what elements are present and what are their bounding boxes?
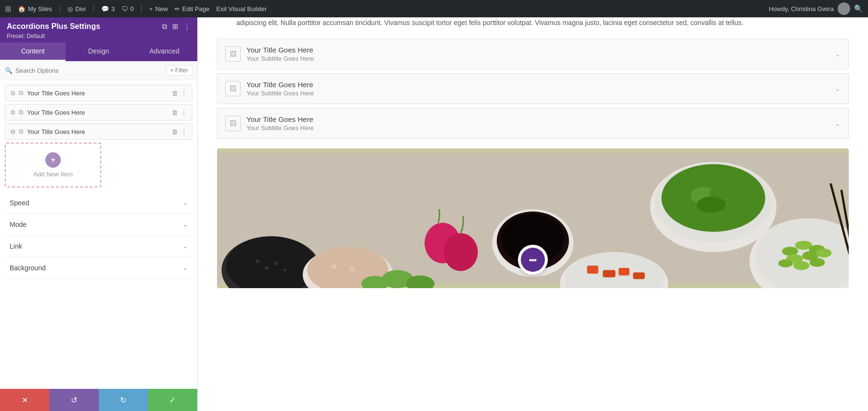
pencil-icon: ✏: [175, 5, 180, 13]
more-icon[interactable]: ⋮: [183, 22, 190, 31]
settings-icon-0[interactable]: ⚙: [10, 90, 16, 97]
svg-point-32: [782, 247, 799, 256]
grid-icon[interactable]: ⊞: [172, 22, 178, 31]
redo-button[interactable]: ↻: [99, 389, 148, 411]
maximize-icon[interactable]: ⧉: [162, 22, 167, 31]
accordion-row-label-1: Your Title Goes Here: [27, 109, 168, 116]
panel-tabs: Content Design Advanced: [0, 42, 197, 61]
save-button[interactable]: ✓: [148, 389, 197, 411]
new-link[interactable]: + New: [149, 5, 168, 13]
svg-point-47: [532, 259, 534, 261]
search-icon[interactable]: 🔍: [854, 4, 863, 13]
divi-link[interactable]: ◎ Divi: [68, 5, 86, 13]
panel-actions: ✕ ↺ ↻ ✓: [0, 389, 197, 411]
comments-link[interactable]: 💬 3: [101, 5, 115, 13]
acc-title-0: Your Title Goes Here: [246, 46, 829, 54]
background-chevron: ⌄: [183, 265, 188, 271]
exit-builder-link[interactable]: Exit Visual Builder: [216, 5, 267, 13]
copy-icon-2[interactable]: ⧉: [19, 128, 23, 135]
save-icon: ✓: [169, 396, 176, 405]
accordion-row-2: ⚙ ⧉ Your Title Goes Here 🗑 ⋮: [5, 123, 192, 140]
svg-rect-23: [633, 272, 645, 279]
accordion-row-label-0: Your Title Goes Here: [27, 90, 168, 97]
delete-icon-1[interactable]: 🗑: [172, 109, 178, 116]
settings-icon-1[interactable]: ⚙: [10, 109, 16, 116]
link-chevron: ⌄: [183, 243, 188, 250]
svg-point-46: [529, 259, 532, 261]
mode-header[interactable]: Mode ⌄: [5, 214, 192, 235]
speed-header[interactable]: Speed ⌄: [5, 192, 192, 213]
topbar-right: Howdy, Christina Gwira 🔍: [769, 2, 863, 15]
my-sites-link[interactable]: 🏠 My Sites: [18, 5, 52, 13]
link-header[interactable]: Link ⌄: [5, 236, 192, 257]
edit-page-link[interactable]: ✏ Edit Page: [175, 5, 209, 13]
search-icon: 🔍: [5, 67, 13, 74]
cancel-icon: ✕: [22, 396, 28, 405]
svg-point-11: [350, 267, 354, 271]
main-layout: Accordions Plus Settings ⧉ ⊞ ⋮ Preset: D…: [0, 17, 868, 411]
comments-icon: 💬: [101, 5, 109, 13]
bubbles-link[interactable]: 🗨 0: [122, 5, 134, 13]
add-new-item-button[interactable]: + Add New Item: [5, 143, 101, 187]
svg-point-4: [265, 266, 268, 269]
divi-icon: ◎: [68, 5, 73, 13]
svg-point-12: [360, 273, 363, 276]
svg-point-6: [284, 269, 286, 272]
accordion-entry-0: 🖼 Your Title Goes Here Your Subtitle Goe…: [217, 39, 849, 69]
accordion-entries: 🖼 Your Title Goes Here Your Subtitle Goe…: [198, 39, 868, 139]
speed-label: Speed: [10, 199, 29, 207]
acc-title-1: Your Title Goes Here: [246, 80, 829, 89]
svg-point-39: [793, 261, 810, 270]
wordpress-icon[interactable]: ⊞: [5, 4, 11, 13]
svg-point-3: [256, 259, 259, 263]
search-input[interactable]: [15, 67, 163, 74]
delete-icon-2[interactable]: 🗑: [172, 128, 178, 135]
link-label: Link: [10, 242, 22, 250]
chatbot-bubble[interactable]: [518, 245, 548, 275]
tab-advanced[interactable]: Advanced: [132, 42, 197, 61]
plus-icon: +: [149, 5, 153, 13]
acc-subtitle-0: Your Subtitle Goes Here: [246, 55, 829, 62]
acc-chevron-0[interactable]: ⌄: [835, 50, 841, 58]
svg-point-9: [332, 264, 337, 268]
chatbot-icon: [521, 248, 545, 272]
svg-rect-22: [619, 268, 629, 276]
preset-label[interactable]: Preset: Default: [7, 33, 190, 40]
mode-chevron: ⌄: [183, 221, 188, 228]
svg-point-14: [444, 233, 478, 271]
acc-chevron-1[interactable]: ⌄: [835, 85, 841, 93]
acc-title-2: Your Title Goes Here: [246, 115, 829, 123]
bubble-icon: 🗨: [122, 5, 128, 13]
tab-design[interactable]: Design: [66, 42, 131, 61]
drag-icon-2[interactable]: ⋮: [181, 128, 187, 135]
cancel-button[interactable]: ✕: [0, 389, 49, 411]
accordion-row-1: ⚙ ⧉ Your Title Goes Here 🗑 ⋮: [5, 104, 192, 120]
add-new-label: Add New Item: [33, 171, 73, 178]
panel-content: ⚙ ⧉ Your Title Goes Here 🗑 ⋮ ⚙ ⧉ Your Ti…: [0, 80, 197, 389]
drag-icon-1[interactable]: ⋮: [181, 109, 187, 116]
svg-point-48: [534, 259, 537, 261]
redo-icon: ↻: [120, 396, 126, 405]
tab-content[interactable]: Content: [0, 42, 66, 61]
acc-image-1: 🖼: [225, 81, 241, 96]
panel-title-icons: ⧉ ⊞ ⋮: [162, 22, 190, 31]
svg-point-37: [816, 248, 832, 257]
filter-button[interactable]: + Filter: [166, 65, 192, 76]
speed-section: Speed ⌄: [5, 192, 192, 214]
acc-chevron-2[interactable]: ⌄: [835, 119, 841, 127]
svg-point-38: [778, 259, 793, 267]
link-section: Link ⌄: [5, 236, 192, 257]
left-panel: Accordions Plus Settings ⧉ ⊞ ⋮ Preset: D…: [0, 17, 198, 411]
delete-icon-0[interactable]: 🗑: [172, 90, 178, 97]
avatar: [838, 2, 850, 15]
drag-icon-0[interactable]: ⋮: [181, 90, 187, 97]
svg-point-5: [274, 262, 277, 265]
settings-icon-2[interactable]: ⚙: [10, 128, 16, 135]
copy-icon-0[interactable]: ⧉: [19, 89, 23, 97]
add-circle-icon: +: [45, 152, 61, 168]
copy-icon-1[interactable]: ⧉: [19, 108, 23, 116]
undo-button[interactable]: ↺: [49, 389, 98, 411]
background-header[interactable]: Background ⌄: [5, 257, 192, 278]
speed-chevron: ⌄: [183, 199, 188, 206]
filter-label: + Filter: [170, 67, 188, 74]
